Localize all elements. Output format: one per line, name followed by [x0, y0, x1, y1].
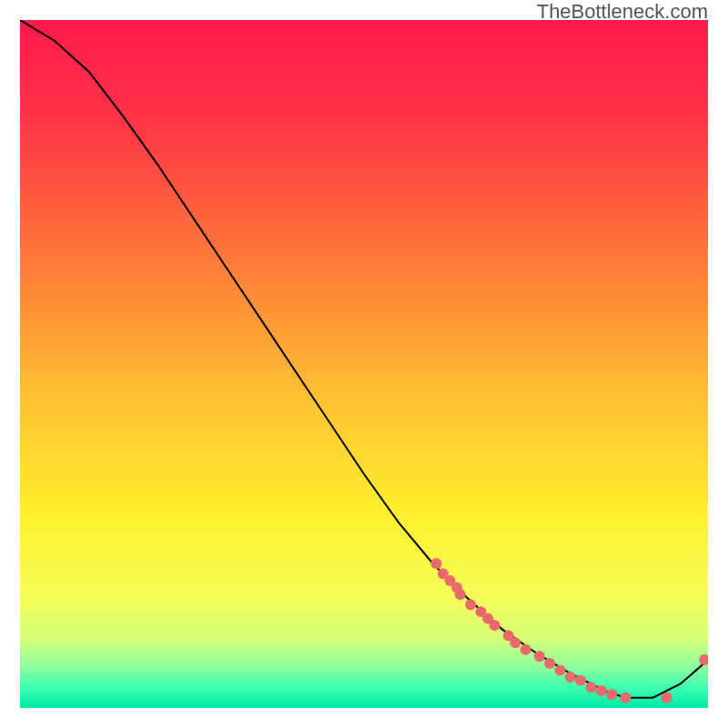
chart-overlay — [20, 20, 708, 708]
data-marker — [521, 644, 531, 655]
data-marker — [534, 651, 545, 662]
data-marker — [544, 658, 555, 669]
data-marker — [606, 689, 617, 700]
data-marker — [699, 654, 708, 665]
data-marker — [575, 675, 586, 686]
data-marker — [620, 693, 631, 703]
data-marker — [662, 693, 672, 703]
bottleneck-curve — [20, 20, 708, 698]
data-markers — [430, 558, 708, 703]
data-marker — [490, 620, 500, 631]
chart-container: TheBottleneck.com — [0, 0, 728, 728]
data-marker — [455, 589, 466, 600]
data-marker — [510, 637, 521, 648]
data-marker — [430, 558, 441, 569]
data-marker — [565, 672, 576, 682]
plot-area — [20, 20, 708, 708]
data-marker — [555, 664, 566, 675]
data-marker — [596, 685, 607, 696]
data-marker — [586, 682, 597, 693]
data-marker — [465, 600, 476, 611]
